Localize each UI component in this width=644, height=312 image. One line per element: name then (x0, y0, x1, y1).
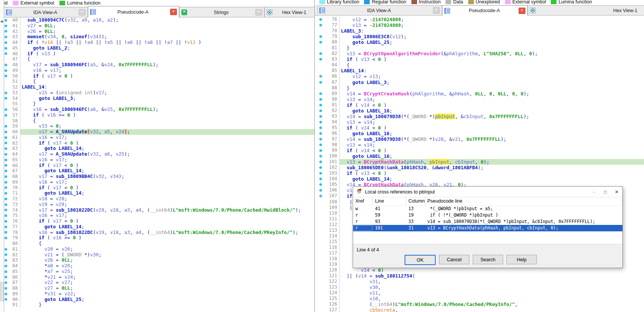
code-line[interactable]: 87 goto LABEL_3; (315, 80, 644, 85)
code-text[interactable]: goto LABEL_16; (340, 131, 644, 136)
help-button[interactable]: Help (506, 255, 537, 264)
code-text[interactable]: v18 = v28; (20, 196, 314, 202)
code-text[interactable]: v17 = sub_18009BB4C(v32, v34); (20, 174, 314, 179)
code-line[interactable]: 89 *v31 = v22; (0, 291, 314, 297)
code-line[interactable]: 91 } (0, 302, 314, 308)
code-line[interactable]: 83 v26 = 0LL; (0, 257, 314, 263)
code-text[interactable]: v31, (340, 279, 644, 284)
code-line[interactable]: 78LABEL_3: (315, 28, 644, 34)
code-text[interactable]: LABEL_14: (20, 84, 314, 90)
breakpoint-dot[interactable] (319, 18, 322, 21)
maximize-icon[interactable]: □ (600, 187, 611, 197)
code-line[interactable]: 75 v16 = v17; (0, 213, 314, 218)
code-line[interactable]: 95 if ( v14 < 0 ) (315, 125, 644, 131)
column-header-pseudocode[interactable]: Pseudocode line (425, 197, 622, 205)
code-text[interactable]: if ( v17 < 0 ) (20, 163, 314, 168)
breakpoint-dot[interactable] (5, 298, 7, 301)
code-text[interactable]: goto LABEL_16; (340, 108, 644, 114)
code-line[interactable]: 124 v11, (315, 290, 644, 296)
code-text[interactable]: { (340, 62, 644, 68)
code-line[interactable]: 41 v27 = 0LL; (0, 23, 314, 29)
breakpoint-dot[interactable] (319, 195, 322, 197)
code-line[interactable]: 65 v16 = v17; (0, 157, 314, 163)
code-text[interactable]: if ( v17 < 0 ) (20, 218, 314, 224)
breakpoint-dot[interactable] (319, 52, 322, 55)
code-line[interactable]: 72 v18 = v28; (0, 196, 314, 202)
tab-close-icon[interactable]: ✕ (170, 9, 177, 15)
breakpoint-dot[interactable] (319, 149, 322, 152)
code-line[interactable]: 57 if ( v16 >= 0 ) (0, 112, 314, 118)
code-text[interactable]: if ( v13 ) (20, 51, 314, 57)
code-text[interactable]: if ( v14 < 0 ) (340, 125, 644, 131)
code-text[interactable]: goto LABEL_14; (20, 146, 314, 151)
code-line[interactable]: 82 v13 = BCryptOpenAlgorithmProvider(&ph… (315, 51, 644, 56)
breakpoint-dot[interactable] (5, 142, 7, 144)
breakpoint-dot[interactable] (5, 209, 7, 211)
code-line[interactable]: 54 goto LABEL_3; (0, 96, 314, 101)
tab-hex-view-1[interactable]: Hex View-1✕ (528, 5, 644, 15)
code-text[interactable]: sub_18006E3C8(v12); (340, 34, 644, 39)
code-text[interactable]: v17 = A_SHAUpdate(v32, a5, v24); (20, 129, 314, 135)
code-line[interactable]: 71 goto LABEL_14; (0, 190, 314, 196)
code-text[interactable]: v20 = v26; (20, 246, 314, 252)
column-header-xref[interactable]: Xref (353, 197, 373, 205)
code-text[interactable]: *v31 = v22; (20, 291, 314, 297)
code-line[interactable]: 69 v16 = v17; (0, 179, 314, 185)
column-header-line[interactable]: Line (373, 197, 406, 205)
breakpoint-dot[interactable] (5, 92, 7, 94)
code-line[interactable]: 47 { (0, 56, 314, 62)
code-text[interactable]: if ( v13 < 0 ) (340, 170, 644, 176)
xref-row[interactable]: w4113 *(_QWORD *)pbInput = a5; (353, 206, 622, 212)
breakpoint-dot[interactable] (319, 24, 322, 27)
code-line[interactable]: 79 sub_18006E3C8(v12); (315, 34, 644, 39)
code-line[interactable]: 93 v14 = sub_180079D38(*(_QWORD *)pbInpu… (315, 114, 644, 119)
code-text[interactable]: goto LABEL_14; (340, 176, 644, 182)
breakpoint-dot[interactable] (5, 147, 7, 150)
code-text[interactable]: if ( v17 < 0 ) (20, 185, 314, 191)
code-line[interactable]: 127 cbSecreta, (315, 307, 644, 312)
code-line[interactable]: 44 if ( !v14 || !a3 || !a4 || !a5 || !a6… (0, 40, 314, 45)
code-line[interactable]: 60 v17 = A_SHAUpdate(v32, a5, v24); (0, 129, 314, 135)
code-line[interactable]: 70 if ( v17 < 0 ) (0, 185, 314, 191)
code-text[interactable]: v14 = sub_180079D38(*(_QWORD *)v28, &v21… (340, 136, 644, 142)
code-text[interactable]: goto LABEL_3; (20, 96, 314, 101)
breakpoint-dot[interactable] (5, 52, 7, 55)
code-text[interactable]: if ( v17 < 0 ) (20, 73, 314, 79)
breakpoint-dot[interactable] (319, 92, 322, 95)
code-line[interactable]: 56 v16 = sub_1800946FC(a6, &v25, 0x7FFFF… (0, 107, 314, 112)
code-text[interactable]: sub_180094C7C(v32, a9, a10, a2); (20, 17, 314, 23)
code-text[interactable]: goto LABEL_16; (340, 153, 644, 159)
breakpoint-dot[interactable] (5, 226, 7, 228)
code-text[interactable]: v27 = 0LL; (20, 23, 314, 29)
code-line[interactable]: 42 v26 = 0LL; (0, 29, 314, 34)
code-line[interactable]: 94 v13 = v14; (315, 119, 644, 125)
code-line[interactable]: 49 v16 = v17; (0, 68, 314, 73)
code-line[interactable]: 80 goto LABEL_25; (315, 39, 644, 45)
breakpoint-dot[interactable] (5, 125, 7, 128)
code-text[interactable]: v13 = v14; (340, 142, 644, 148)
code-line[interactable]: 48 v17 = sub_1800946FC(a5, &v24, 0x7FFFF… (0, 62, 314, 68)
code-text[interactable]: v26 = 0LL; (20, 257, 314, 263)
code-line[interactable]: 86 *v21 = v24; (0, 275, 314, 280)
code-text[interactable]: memset(v34, 0, sizeof(v34)); (20, 34, 314, 40)
code-line[interactable]: 84 { (315, 62, 644, 68)
code-text[interactable]: v17 = A_SHAUpdate(v32, a6, v25); (20, 151, 314, 157)
code-line[interactable]: 89 v14 = BCryptCreateHash(phAlgorithm, &… (315, 91, 644, 97)
breakpoint-dot[interactable] (319, 126, 322, 129)
code-text[interactable]: *v21 = v24; (20, 275, 314, 280)
code-text[interactable]: { (20, 79, 314, 84)
code-text[interactable]: goto LABEL_25; (340, 39, 644, 45)
breakpoint-dot[interactable] (5, 287, 7, 290)
code-text[interactable]: *a8 = v20; (20, 263, 314, 269)
breakpoint-dot[interactable] (5, 281, 7, 284)
code-text[interactable]: { (20, 118, 314, 124)
breakpoint-dot[interactable] (5, 203, 7, 206)
code-text[interactable]: goto LABEL_2; (20, 45, 314, 51)
breakpoint-dot[interactable] (319, 155, 322, 158)
code-text[interactable]: v13 = -2147024809; (340, 22, 644, 28)
code-text[interactable]: v10, (340, 296, 644, 301)
code-text[interactable]: } (20, 302, 314, 308)
code-text[interactable]: if ( v16 >= 0 ) (20, 235, 314, 241)
code-text[interactable]: *a7 = v25; (20, 269, 314, 275)
breakpoint-dot[interactable] (5, 75, 7, 77)
